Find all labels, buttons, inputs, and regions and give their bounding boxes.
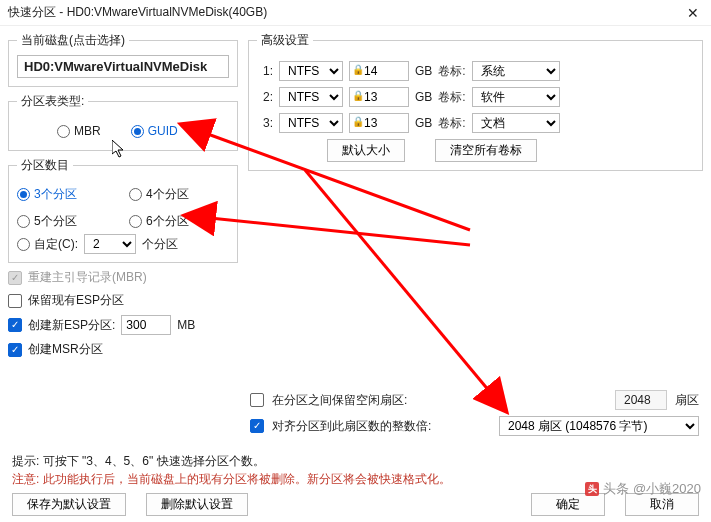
- check-keep-gap[interactable]: [250, 393, 264, 407]
- radio-dot-icon: [17, 215, 30, 228]
- partition-count-group: 分区数目 3个分区 4个分区 5个分区 6个分区: [8, 157, 238, 263]
- lock-icon: 🔒: [352, 64, 364, 75]
- partition-row-3: 3: NTFS 🔒 GB 卷标: 文档: [257, 113, 688, 133]
- table-type-legend: 分区表类型:: [17, 93, 88, 110]
- check-align[interactable]: [250, 419, 264, 433]
- advanced-legend: 高级设置: [257, 32, 313, 49]
- tip-text: 提示: 可按下 "3、4、5、6" 快速选择分区个数。: [12, 452, 451, 470]
- check-create-esp[interactable]: 创建新ESP分区: MB: [8, 315, 238, 335]
- radio-dot-icon: [129, 188, 142, 201]
- radio-6-partitions[interactable]: 6个分区: [129, 213, 229, 230]
- advanced-group: 高级设置 1: NTFS 🔒 GB 卷标: 系统 2: NTFS 🔒 GB 卷标…: [248, 32, 703, 171]
- checkbox-icon: [8, 271, 22, 285]
- default-size-button[interactable]: 默认大小: [327, 139, 405, 162]
- vol-select-2[interactable]: 软件: [472, 87, 560, 107]
- radio-4-partitions[interactable]: 4个分区: [129, 186, 229, 203]
- custom-unit-label: 个分区: [142, 236, 178, 253]
- esp-size-input[interactable]: [121, 315, 171, 335]
- current-disk-select[interactable]: HD0:VMwareVirtualNVMeDisk: [17, 55, 229, 78]
- fs-select-3[interactable]: NTFS: [279, 113, 343, 133]
- radio-3-partitions[interactable]: 3个分区: [17, 186, 117, 203]
- custom-count-select[interactable]: 2: [84, 234, 136, 254]
- partition-count-legend: 分区数目: [17, 157, 73, 174]
- checkbox-icon: [8, 343, 22, 357]
- check-keep-esp[interactable]: 保留现有ESP分区: [8, 292, 238, 309]
- close-button[interactable]: ✕: [683, 5, 703, 21]
- vol-select-3[interactable]: 文档: [472, 113, 560, 133]
- lock-icon: 🔒: [352, 90, 364, 101]
- watermark-logo-icon: 头: [585, 482, 599, 496]
- radio-dot-icon: [57, 125, 70, 138]
- size-input-1[interactable]: 🔒: [349, 61, 409, 81]
- radio-5-partitions[interactable]: 5个分区: [17, 213, 117, 230]
- watermark: 头 头条 @小巍2020: [585, 480, 701, 498]
- fs-select-2[interactable]: NTFS: [279, 87, 343, 107]
- current-disk-legend: 当前磁盘(点击选择): [17, 32, 129, 49]
- clear-labels-button[interactable]: 清空所有卷标: [435, 139, 537, 162]
- radio-dot-icon: [17, 238, 30, 251]
- radio-dot-icon: [131, 125, 144, 138]
- table-type-group: 分区表类型: MBR GUID: [8, 93, 238, 151]
- check-rebuild-mbr: 重建主引导记录(MBR): [8, 269, 238, 286]
- size-input-2[interactable]: 🔒: [349, 87, 409, 107]
- window-title: 快速分区 - HD0:VMwareVirtualNVMeDisk(40GB): [8, 4, 267, 21]
- gap-sector-display: 2048: [615, 390, 667, 410]
- radio-guid[interactable]: GUID: [131, 124, 178, 138]
- fs-select-1[interactable]: NTFS: [279, 61, 343, 81]
- partition-row-1: 1: NTFS 🔒 GB 卷标: 系统: [257, 61, 688, 81]
- partition-row-2: 2: NTFS 🔒 GB 卷标: 软件: [257, 87, 688, 107]
- size-input-3[interactable]: 🔒: [349, 113, 409, 133]
- current-disk-group: 当前磁盘(点击选择) HD0:VMwareVirtualNVMeDisk: [8, 32, 238, 87]
- align-select[interactable]: 2048 扇区 (1048576 字节): [499, 416, 699, 436]
- radio-dot-icon: [17, 188, 30, 201]
- vol-select-1[interactable]: 系统: [472, 61, 560, 81]
- checkbox-icon: [8, 294, 22, 308]
- lock-icon: 🔒: [352, 116, 364, 127]
- save-default-button[interactable]: 保存为默认设置: [12, 493, 126, 516]
- delete-default-button[interactable]: 删除默认设置: [146, 493, 248, 516]
- radio-dot-icon: [129, 215, 142, 228]
- radio-custom-partitions[interactable]: 自定(C):: [17, 236, 78, 253]
- warning-text: 注意: 此功能执行后，当前磁盘上的现有分区将被删除。新分区将会被快速格式化。: [12, 470, 451, 488]
- radio-mbr[interactable]: MBR: [57, 124, 101, 138]
- checkbox-icon: [8, 318, 22, 332]
- check-create-msr[interactable]: 创建MSR分区: [8, 341, 238, 358]
